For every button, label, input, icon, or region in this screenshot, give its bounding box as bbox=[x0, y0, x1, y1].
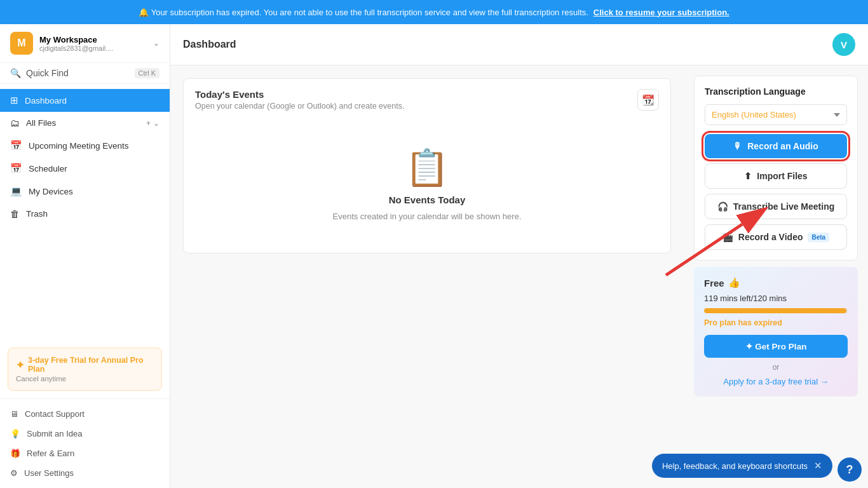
my-devices-icon: 💻 bbox=[10, 186, 22, 197]
quick-find-bar[interactable]: 🔍 Quick Find Ctrl K bbox=[0, 63, 170, 84]
workspace-chevron-icon: ⌄ bbox=[153, 39, 159, 48]
trash-icon: 🗑 bbox=[10, 208, 20, 219]
no-events-title: No Events Today bbox=[389, 194, 466, 205]
sidebar-item-upcoming-meeting-events[interactable]: 📅 Upcoming Meeting Events bbox=[0, 134, 170, 157]
sidebar-item-trash[interactable]: 🗑 Trash bbox=[0, 203, 170, 225]
help-bar-close-icon[interactable]: ✕ bbox=[814, 460, 822, 471]
sidebar: M My Workspace cjdigitals2831@gmail.... … bbox=[0, 24, 170, 488]
sidebar-item-dashboard[interactable]: ⊞ Dashboard bbox=[0, 89, 170, 112]
submit-idea-item[interactable]: 💡 Submit an Idea bbox=[0, 424, 170, 444]
subscription-banner: 🔔 Your subscription has expired. You are… bbox=[0, 0, 868, 24]
expired-text: Pro plan has expired bbox=[704, 318, 848, 327]
resume-subscription-link[interactable]: Click to resume your subscription. bbox=[593, 8, 729, 17]
submit-idea-label: Submit an Idea bbox=[27, 429, 82, 438]
calendar-icon-button[interactable]: 📆 bbox=[637, 89, 659, 111]
scheduler-icon: 📅 bbox=[10, 163, 22, 174]
promo-subtitle: Cancel anytime bbox=[16, 375, 154, 383]
free-trial-link[interactable]: Apply for a 3-day free trial → bbox=[704, 377, 848, 386]
beta-badge: Beta bbox=[808, 233, 829, 242]
promo-box[interactable]: ✦ 3-day Free Trial for Annual Pro Plan C… bbox=[8, 348, 162, 391]
all-files-actions: + ⌄ bbox=[146, 119, 159, 128]
or-divider: or bbox=[704, 363, 848, 372]
help-bar-label: Help, feedback, and keyboard shortcuts bbox=[662, 461, 808, 471]
events-card: Today's Events Open your calendar (Googl… bbox=[183, 78, 671, 254]
promo-title: ✦ 3-day Free Trial for Annual Pro Plan bbox=[16, 356, 154, 374]
no-events-icon: 📋 bbox=[405, 150, 449, 186]
workspace-avatar: M bbox=[10, 32, 33, 55]
sidebar-item-label-all-files: All Files bbox=[26, 118, 140, 128]
quick-find-shortcut: Ctrl K bbox=[135, 68, 160, 78]
refer-earn-label: Refer & Earn bbox=[27, 449, 74, 458]
all-files-icon: 🗂 bbox=[10, 118, 20, 128]
import-files-button[interactable]: ⬆ Import Files bbox=[705, 163, 847, 189]
contact-support-icon: 🖥 bbox=[10, 409, 18, 419]
sidebar-footer: 🖥 Contact Support 💡 Submit an Idea 🎁 Ref… bbox=[0, 398, 170, 488]
upcoming-events-icon: 📅 bbox=[10, 140, 22, 151]
mins-remaining: 119 mins left/120 mins bbox=[704, 294, 848, 303]
live-meeting-icon: 🎧 bbox=[717, 201, 728, 212]
main-header: Dashboard V bbox=[170, 24, 868, 65]
events-card-header: Today's Events Open your calendar (Googl… bbox=[184, 79, 670, 118]
submit-idea-icon: 💡 bbox=[10, 429, 20, 438]
workspace-name: My Workspace bbox=[39, 35, 147, 44]
microphone-icon: 🎙 bbox=[733, 141, 742, 151]
transcription-card: Transcription Language English (United S… bbox=[694, 76, 858, 261]
banner-text: 🔔 Your subscription has expired. You are… bbox=[139, 8, 588, 17]
transcribe-live-button[interactable]: 🎧 Transcribe Live Meeting bbox=[705, 194, 847, 219]
no-events-area: 📋 No Events Today Events created in your… bbox=[184, 118, 670, 253]
user-avatar[interactable]: V bbox=[832, 33, 855, 56]
record-audio-button[interactable]: 🎙 Record an Audio bbox=[705, 134, 847, 158]
sidebar-item-label-trash: Trash bbox=[26, 209, 159, 219]
video-icon: 🎬 bbox=[722, 232, 733, 242]
sidebar-item-label-scheduler: Scheduler bbox=[29, 164, 159, 173]
contact-support-item[interactable]: 🖥 Contact Support bbox=[0, 404, 170, 424]
language-select[interactable]: English (United States) Spanish French G… bbox=[705, 104, 847, 125]
import-icon: ⬆ bbox=[744, 171, 752, 181]
right-panel: Transcription Language English (United S… bbox=[684, 65, 868, 488]
sidebar-item-my-devices[interactable]: 💻 My Devices bbox=[0, 180, 170, 203]
contact-support-label: Contact Support bbox=[25, 409, 85, 419]
search-icon: 🔍 bbox=[10, 68, 21, 78]
help-question-button[interactable]: ? bbox=[837, 458, 862, 482]
refer-earn-item[interactable]: 🎁 Refer & Earn bbox=[0, 444, 170, 463]
sidebar-item-all-files[interactable]: 🗂 All Files + ⌄ bbox=[0, 112, 170, 134]
help-bar: Help, feedback, and keyboard shortcuts ✕ bbox=[652, 454, 832, 478]
events-section: Today's Events Open your calendar (Googl… bbox=[170, 65, 684, 488]
sidebar-item-label-upcoming: Upcoming Meeting Events bbox=[29, 141, 159, 151]
events-title: Today's Events bbox=[195, 89, 404, 100]
page-title: Dashboard bbox=[183, 39, 236, 50]
sidebar-item-label-my-devices: My Devices bbox=[29, 187, 159, 196]
free-plan-icon: 👍 bbox=[728, 277, 740, 288]
all-files-add-icon[interactable]: + bbox=[146, 119, 151, 128]
sidebar-nav: ⊞ Dashboard 🗂 All Files + ⌄ 📅 Upcoming M… bbox=[0, 84, 170, 340]
sidebar-item-label-dashboard: Dashboard bbox=[25, 96, 159, 105]
quick-find-label: Quick Find bbox=[26, 68, 69, 78]
workspace-email: cjdigitals2831@gmail.... bbox=[39, 44, 147, 52]
progress-bar bbox=[704, 308, 848, 313]
dashboard-icon: ⊞ bbox=[10, 95, 18, 106]
transcription-language-title: Transcription Language bbox=[705, 86, 847, 97]
user-settings-label: User Settings bbox=[24, 468, 74, 478]
promo-star-icon: ✦ bbox=[16, 359, 24, 371]
all-files-chevron-icon[interactable]: ⌄ bbox=[153, 119, 159, 128]
free-plan-title: Free 👍 bbox=[704, 277, 848, 288]
no-events-subtitle: Events created in your calendar will be … bbox=[333, 212, 522, 221]
events-subtitle: Open your calendar (Google or Outlook) a… bbox=[195, 102, 404, 111]
progress-bar-fill bbox=[704, 308, 846, 313]
refer-earn-icon: 🎁 bbox=[10, 449, 20, 458]
workspace-info: My Workspace cjdigitals2831@gmail.... bbox=[39, 35, 147, 52]
main-content: Dashboard V Today's Events Open your cal… bbox=[170, 24, 868, 488]
get-pro-button[interactable]: ✦ Get Pro Plan bbox=[704, 335, 848, 358]
sidebar-item-scheduler[interactable]: 📅 Scheduler bbox=[0, 157, 170, 180]
free-plan-card: Free 👍 119 mins left/120 mins Pro plan h… bbox=[694, 267, 858, 396]
user-settings-icon: ⚙ bbox=[10, 468, 18, 478]
record-video-button[interactable]: 🎬 Record a Video Beta bbox=[705, 224, 847, 250]
user-settings-item[interactable]: ⚙ User Settings bbox=[0, 463, 170, 483]
workspace-header[interactable]: M My Workspace cjdigitals2831@gmail.... … bbox=[0, 24, 170, 63]
